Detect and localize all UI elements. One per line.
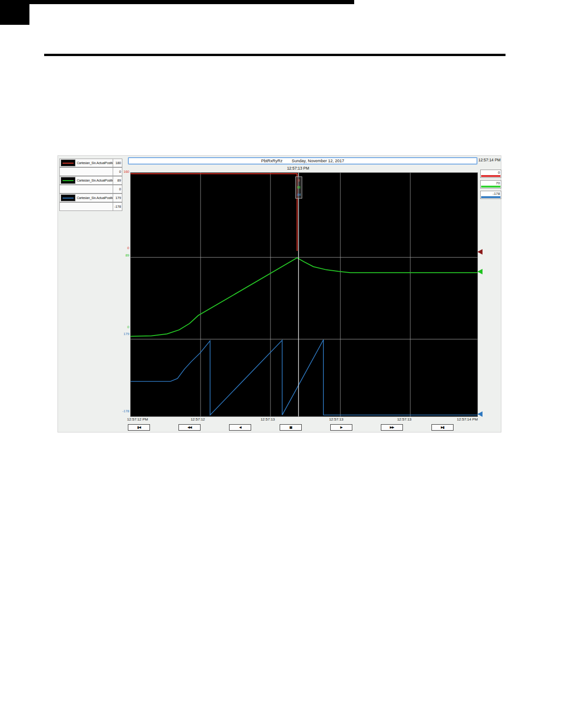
pen-value-box-red: 0 (480, 170, 501, 178)
pause-button[interactable]: ▮▮ (280, 424, 302, 431)
pen-value-box-green: 70 (480, 180, 501, 188)
pen-marker-arrow-green (477, 269, 483, 274)
pen-value: 70 (496, 181, 500, 185)
legend-value: -178 (113, 202, 122, 211)
legend-value: 179 (113, 193, 122, 202)
y-axis-label-blue-min: -178 (115, 410, 129, 413)
legend-tag-label: Cartesian_Six.ActualPosition[5] (77, 196, 113, 199)
pen-value-box-blue: -178 (480, 191, 501, 199)
fast-forward-button[interactable]: ▶▶ (381, 424, 403, 431)
pen-color-bar (481, 196, 500, 198)
trend-plot (131, 173, 477, 416)
legend-value: 89 (113, 176, 122, 185)
cursor-value-blue: -84 (297, 193, 301, 196)
x-axis-tick-label: 12:57:14 PM (449, 417, 486, 421)
x-axis-tick-label: 12:57:13 (249, 417, 286, 421)
trace-red (131, 174, 297, 251)
legend-row-tag (59, 167, 113, 176)
pen-color-bar (481, 186, 500, 188)
legend-row-tag: Cartesian_Six.ActualPosition[4] (59, 176, 113, 185)
page-top-strip (0, 0, 354, 4)
legend-value: 0 (113, 185, 122, 193)
cursor-value-green: 88 (297, 186, 300, 189)
pen-swatch-red (61, 159, 75, 166)
step-end-button[interactable]: ▶▮ (431, 424, 454, 431)
y-axis-label-green-max: 89 (115, 254, 129, 257)
trend-plot-area (130, 172, 478, 417)
document-page: Cartesian_Six.ActualPosition[3] 180 0 Ca… (0, 0, 563, 728)
pen-swatch-blue (61, 194, 75, 201)
y-axis-label-green-min: 0 (115, 325, 129, 329)
trend-title: PbtRxRyRz (261, 159, 283, 163)
cursor-value-red: 0 (298, 179, 300, 182)
cursor-value-flag[interactable]: 0 88 -84 (295, 176, 302, 199)
play-back-button[interactable]: ◀ (229, 424, 251, 431)
legend-row-tag (59, 185, 113, 193)
x-axis-tick-label: 12:57:12 (179, 417, 216, 421)
legend-tag-label: Cartesian_Six.ActualPosition[3] (77, 161, 113, 165)
horizontal-rule (44, 54, 506, 56)
pen-marker-arrow-red (477, 249, 483, 255)
legend-row-tag: Cartesian_Six.ActualPosition[5] (59, 193, 113, 202)
pen-value: 0 (498, 171, 500, 175)
legend-tag-label: Cartesian_Six.ActualPosition[4] (77, 179, 113, 182)
legend-value: 180 (113, 159, 122, 167)
pen-color-bar (481, 175, 500, 177)
y-axis-label-red-min: 0 (115, 246, 129, 250)
rewind-button[interactable]: ◀◀ (178, 424, 201, 431)
trend-title-bar: PbtRxRyRz Sunday, November 12, 2017 (128, 157, 477, 165)
trace-green (131, 258, 477, 336)
y-axis-label-blue-max: 179 (115, 332, 129, 336)
trend-date: Sunday, November 12, 2017 (292, 159, 344, 163)
legend-row-tag (59, 202, 113, 211)
page-corner-block (0, 0, 29, 25)
cursor-time-label: 12:57:13 PM (276, 166, 320, 171)
pen-marker-arrow-blue (477, 411, 483, 417)
pen-value: -178 (493, 192, 500, 196)
step-start-button[interactable]: ▮◀ (128, 424, 150, 431)
x-axis-tick-label: 12:57:13 (318, 417, 355, 421)
y-axis-label-red-max: 160 (115, 170, 129, 174)
play-forward-button[interactable]: ▶ (330, 424, 352, 431)
pen-swatch-green (61, 177, 75, 184)
x-axis-tick-label: 12:57:13 (386, 417, 423, 421)
trace-blue (131, 340, 477, 415)
x-axis-tick-label: 12:57:12 PM (119, 417, 156, 421)
legend-row-tag: Cartesian_Six.ActualPosition[3] (59, 159, 113, 167)
current-time-label: 12:57:14 PM (478, 158, 500, 162)
